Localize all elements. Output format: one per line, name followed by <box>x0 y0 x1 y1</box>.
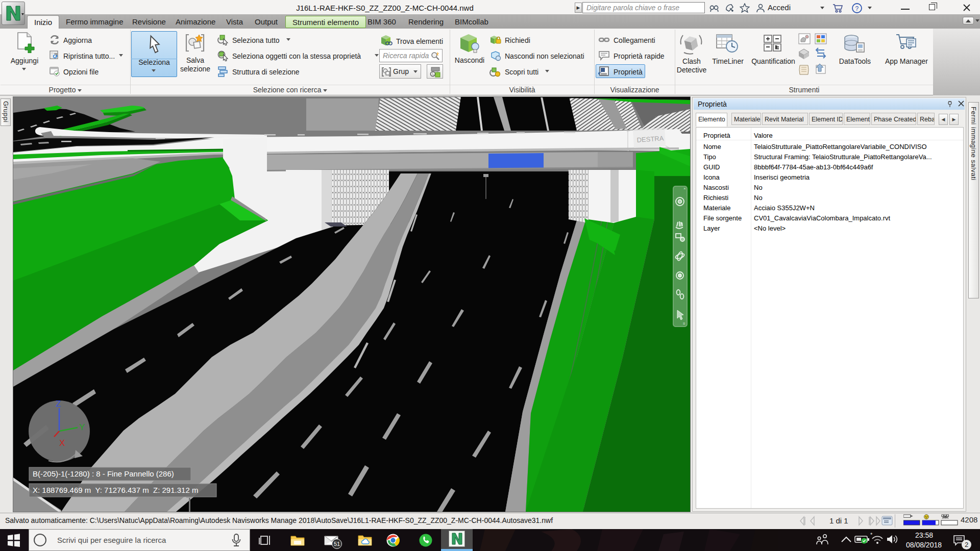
svg-text:Z: Z <box>56 399 61 409</box>
svg-text:B(-205)-1(-1280) : 8 - Fine Pa: B(-205)-1(-1280) : 8 - Fine Pannello (28… <box>33 469 174 478</box>
svg-text:≡: ≡ <box>683 321 685 326</box>
svg-text:Y: Y <box>79 422 85 432</box>
svg-text:×: × <box>683 186 686 191</box>
svg-text:X: 188769.469 m Y: 71276.437: X: 188769.469 m Y: 71276.437 m Z: 291.31… <box>33 486 198 494</box>
svg-text:?: ? <box>855 5 859 12</box>
svg-text:*: * <box>870 533 873 538</box>
svg-text:1 di 1: 1 di 1 <box>829 516 848 525</box>
svg-text:X: X <box>59 438 65 448</box>
